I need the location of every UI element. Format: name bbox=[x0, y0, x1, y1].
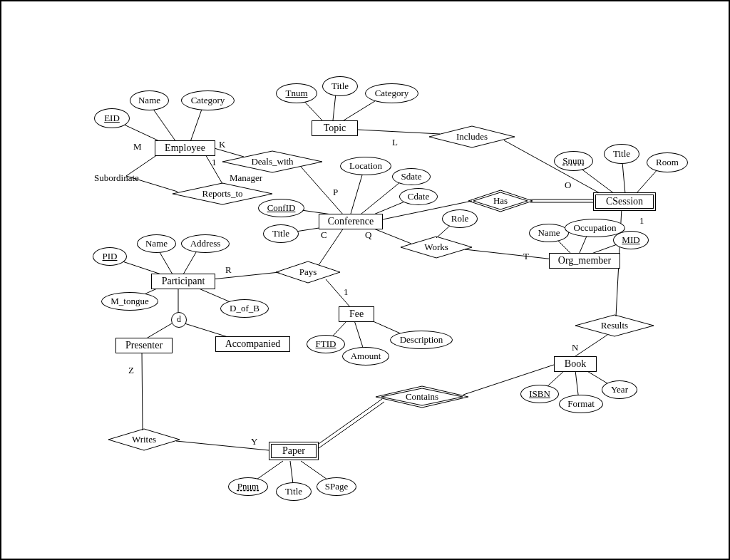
attr-works-role: Role bbox=[442, 209, 478, 228]
attr-conf-location: Location bbox=[340, 157, 391, 175]
attr-topic-tnum: Tnum bbox=[276, 83, 317, 103]
entity-paper: Paper bbox=[269, 442, 319, 460]
svg-marker-7 bbox=[575, 315, 654, 336]
entity-topic: Topic bbox=[312, 120, 358, 136]
attr-conf-sdate: Sdate bbox=[392, 168, 431, 185]
svg-marker-10 bbox=[108, 429, 180, 450]
attr-employee-eid: EID bbox=[94, 108, 130, 128]
attr-paper-spage: SPage bbox=[317, 477, 356, 496]
svg-line-22 bbox=[358, 130, 440, 134]
attr-conf-confid: ConfID bbox=[258, 199, 304, 217]
attr-employee-name: Name bbox=[130, 90, 169, 110]
attr-part-address: Address bbox=[181, 234, 230, 253]
card-M: M bbox=[133, 141, 142, 152]
svg-marker-0 bbox=[173, 183, 272, 204]
svg-marker-8 bbox=[376, 386, 468, 408]
card-Z: Z bbox=[128, 365, 134, 376]
entity-presenter: Presenter bbox=[115, 338, 173, 353]
svg-line-67 bbox=[575, 335, 607, 356]
role-subordinate: Subordinate bbox=[94, 172, 139, 184]
attr-conf-title: Title bbox=[263, 224, 299, 243]
attr-paper-pnum: Pnum bbox=[228, 477, 268, 496]
card-Q: Q bbox=[365, 229, 371, 241]
svg-line-61 bbox=[312, 399, 382, 449]
attr-org-mid: MID bbox=[613, 231, 649, 249]
specialization-d: d bbox=[171, 312, 187, 328]
attr-book-format: Format bbox=[559, 395, 603, 413]
card-1c: 1 bbox=[639, 215, 644, 227]
card-K: K bbox=[219, 139, 225, 150]
svg-line-17 bbox=[212, 147, 244, 157]
card-L: L bbox=[392, 137, 398, 148]
attr-part-pid: PID bbox=[93, 247, 127, 266]
card-N: N bbox=[572, 342, 578, 353]
er-diagram-canvas: Employee Topic Conference CSession Org_m… bbox=[0, 0, 730, 560]
attr-fee-amount: Amount bbox=[342, 347, 389, 365]
svg-marker-3 bbox=[468, 190, 533, 212]
svg-marker-2 bbox=[429, 126, 515, 147]
card-P: P bbox=[333, 187, 338, 198]
svg-marker-1 bbox=[222, 151, 322, 172]
attr-topic-category: Category bbox=[365, 83, 418, 103]
card-1a: 1 bbox=[212, 157, 217, 168]
entity-participant: Participant bbox=[151, 274, 215, 289]
svg-line-48 bbox=[212, 272, 279, 279]
attr-fee-ftid: FTID bbox=[307, 335, 345, 353]
entity-org-member: Org_member bbox=[549, 253, 620, 269]
attr-csession-title: Title bbox=[604, 144, 639, 164]
attr-book-isbn: ISBN bbox=[520, 385, 559, 403]
svg-marker-5 bbox=[401, 237, 472, 258]
card-T: T bbox=[523, 251, 529, 262]
entity-book: Book bbox=[554, 356, 597, 372]
attr-employee-category: Category bbox=[181, 90, 235, 110]
attr-book-year: Year bbox=[602, 380, 637, 399]
card-C: C bbox=[321, 229, 327, 241]
connector-lines bbox=[1, 1, 729, 559]
svg-marker-6 bbox=[276, 261, 340, 283]
entity-fee: Fee bbox=[339, 306, 374, 322]
card-R: R bbox=[225, 264, 232, 276]
attr-csession-snum: Snum bbox=[554, 151, 593, 171]
attr-part-name: Name bbox=[137, 234, 176, 253]
attr-topic-title: Title bbox=[322, 76, 358, 96]
attr-paper-title: Title bbox=[276, 482, 312, 501]
role-manager: Manager bbox=[230, 172, 262, 184]
svg-line-32 bbox=[372, 228, 411, 244]
entity-accompanied: Accompanied bbox=[215, 336, 290, 352]
svg-line-62 bbox=[314, 402, 384, 452]
attr-csession-room: Room bbox=[647, 152, 688, 172]
card-1b: 1 bbox=[344, 286, 349, 298]
attr-org-name: Name bbox=[529, 224, 569, 242]
attr-conf-cdate: Cdate bbox=[399, 188, 438, 205]
card-Y: Y bbox=[251, 436, 257, 447]
entity-employee: Employee bbox=[155, 140, 215, 156]
svg-line-56 bbox=[142, 351, 143, 430]
entity-csession: CSession bbox=[593, 192, 656, 211]
attr-part-mtongue: M_tongue bbox=[101, 292, 158, 311]
svg-line-23 bbox=[504, 140, 607, 197]
entity-conference: Conference bbox=[319, 214, 383, 229]
card-O: O bbox=[565, 180, 571, 191]
svg-line-33 bbox=[465, 249, 554, 259]
attr-fee-description: Description bbox=[390, 331, 453, 349]
attr-part-dob: D_of_B bbox=[220, 299, 269, 318]
